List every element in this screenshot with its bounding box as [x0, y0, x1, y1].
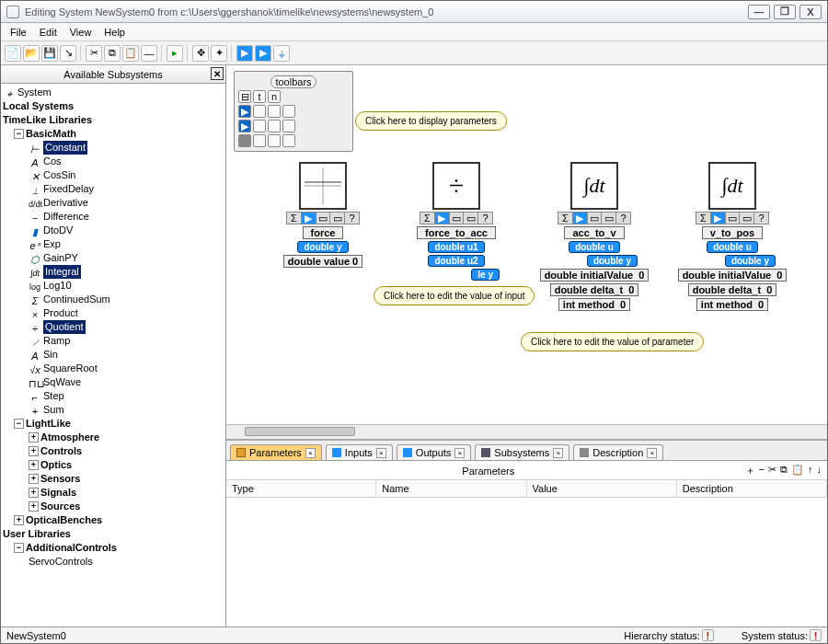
- panel-title: Available Subsystems: [63, 69, 162, 80]
- param-paste-icon[interactable]: 📋: [791, 464, 804, 477]
- tab-subsystems[interactable]: Subsystems×: [475, 444, 569, 460]
- tree-item-quotient[interactable]: Quotient: [43, 320, 86, 334]
- new-icon[interactable]: 📄: [5, 45, 21, 62]
- param-copy-icon[interactable]: ⧉: [780, 464, 788, 477]
- tab-inputs[interactable]: Inputs×: [326, 444, 393, 460]
- menu-bar: File Edit View Help: [1, 23, 827, 41]
- param-add-icon[interactable]: ＋: [745, 464, 755, 477]
- parameters-panel: Parameters ＋ − ✂ ⧉ 📋 ↑ ↓ Type Name Value…: [226, 461, 827, 627]
- tip-edit-input: Click here to edit the value of input: [374, 286, 535, 305]
- params-table-body[interactable]: [226, 498, 827, 627]
- node-acc-to-v[interactable]: ∫dt Σ▶▭▭? acc_to_v double u double y dou…: [535, 162, 654, 311]
- tab-description[interactable]: Description×: [573, 444, 663, 460]
- tip-display-params: Click here to display parameters: [355, 111, 507, 131]
- tab-outputs[interactable]: Outputs×: [397, 444, 472, 460]
- open-icon[interactable]: 📂: [23, 45, 40, 62]
- node-force[interactable]: Σ▶▭▭? force double y double value 0: [263, 162, 383, 268]
- window-close-button[interactable]: X: [799, 5, 822, 19]
- delete-icon[interactable]: —: [141, 45, 157, 62]
- panel-header: Available Subsystems ✕: [1, 65, 225, 84]
- app-icon: [6, 6, 19, 18]
- status-left: NewSystem0: [6, 630, 66, 641]
- main-toolbar: 📄 📂 💾 ↘ ✂ ⧉ 📋 — ▸ ✥ ✦ ▶ ▶ ⏚: [1, 41, 827, 65]
- collapse-toggle[interactable]: −: [14, 129, 24, 139]
- collapse-icon[interactable]: ✥: [192, 45, 209, 62]
- bottom-tabstrip: Parameters× Inputs× Outputs× Subsystems×…: [226, 441, 827, 461]
- system-status-label: System status:: [742, 630, 808, 641]
- tab-parameters[interactable]: Parameters×: [230, 444, 322, 460]
- system-icon: ⌖: [3, 87, 16, 98]
- window-titlebar: Editing System NewSystem0 from c:\Users\…: [1, 1, 827, 23]
- expand-icon[interactable]: ✦: [211, 45, 227, 62]
- integral-icon: ∫dt: [708, 162, 756, 210]
- toolbox-title: toolbars: [270, 75, 316, 88]
- system-status-icon[interactable]: !: [810, 629, 822, 641]
- param-up-icon[interactable]: ↑: [808, 464, 813, 477]
- params-heading: Parameters: [232, 466, 745, 477]
- tree-item-constant[interactable]: Constant: [43, 141, 87, 155]
- tip-edit-param: Click here to edit the value of paramete…: [521, 332, 704, 351]
- subsystem-tree[interactable]: ⌖System Local Systems TimeLike Libraries…: [1, 84, 225, 627]
- divide-icon: ÷: [432, 162, 480, 210]
- diagram-canvas-wrap: toolbars ⊟tn ▶ ▶ Click here to display p…: [226, 65, 827, 441]
- hierarchy-status-icon[interactable]: !: [702, 629, 714, 641]
- status-bar: NewSystem0 Hierarchy status: ! System st…: [1, 627, 827, 643]
- hierarchy-status-label: Hierarchy status:: [624, 630, 700, 641]
- window-title: Editing System NewSystem0 from c:\Users\…: [25, 6, 748, 17]
- diagram-canvas[interactable]: toolbars ⊟tn ▶ ▶ Click here to display p…: [226, 65, 827, 439]
- sink-icon[interactable]: ⏚: [273, 45, 290, 62]
- node-force-to-acc[interactable]: ÷ Σ▶▭▭? force_to_acc double u1 double u2…: [397, 162, 516, 281]
- window-maximize-button[interactable]: ❐: [774, 5, 796, 19]
- floating-toolbox[interactable]: toolbars ⊟tn ▶ ▶: [234, 71, 353, 152]
- params-column-headers: Type Name Value Description: [226, 480, 827, 498]
- tree-item-integral[interactable]: Integral: [43, 265, 81, 279]
- cut-icon[interactable]: ✂: [86, 45, 102, 62]
- constant-graph-icon: [299, 162, 347, 210]
- menu-file[interactable]: File: [5, 25, 32, 40]
- panel-close-button[interactable]: ✕: [211, 67, 224, 80]
- available-subsystems-panel: Available Subsystems ✕ ⌖System Local Sys…: [1, 65, 226, 627]
- canvas-h-scrollbar[interactable]: [226, 424, 827, 439]
- menu-edit[interactable]: Edit: [34, 25, 63, 40]
- param-remove-icon[interactable]: −: [759, 464, 765, 477]
- run-icon[interactable]: ▸: [167, 45, 183, 62]
- menu-view[interactable]: View: [64, 25, 98, 40]
- copy-icon[interactable]: ⧉: [104, 45, 121, 62]
- param-cut-icon[interactable]: ✂: [768, 464, 776, 477]
- close-icon[interactable]: ×: [305, 448, 316, 458]
- node-v-to-pos[interactable]: ∫dt Σ▶▭▭? v_to_pos double u double y dou…: [673, 162, 792, 311]
- menu-help[interactable]: Help: [98, 25, 131, 40]
- param-down-icon[interactable]: ↓: [817, 464, 822, 477]
- port-in-icon[interactable]: ▶: [236, 45, 253, 62]
- window-minimize-button[interactable]: —: [748, 5, 770, 19]
- saveas-icon[interactable]: ↘: [60, 45, 76, 62]
- port-out-icon[interactable]: ▶: [255, 45, 271, 62]
- integral-icon: ∫dt: [570, 162, 618, 210]
- paste-icon[interactable]: 📋: [122, 45, 139, 62]
- save-icon[interactable]: 💾: [41, 45, 58, 62]
